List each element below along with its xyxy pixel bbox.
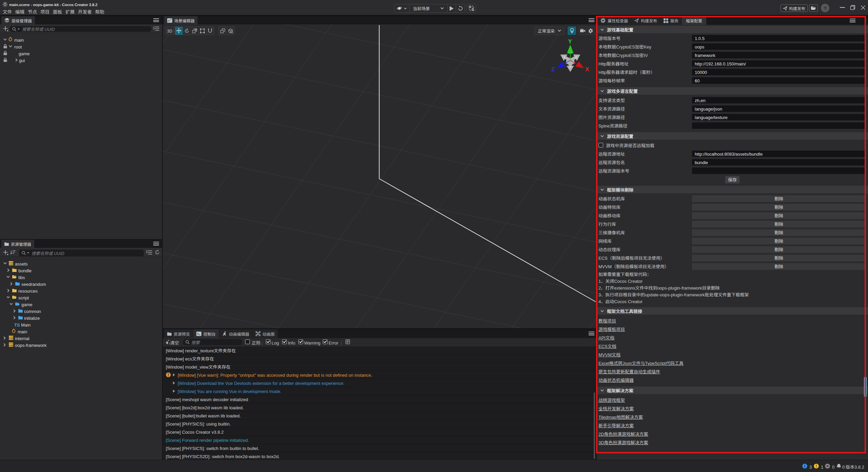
svg-text:Y: Y xyxy=(568,37,572,45)
svg-text:Z: Z xyxy=(551,64,555,73)
svg-text:X: X xyxy=(585,64,589,73)
